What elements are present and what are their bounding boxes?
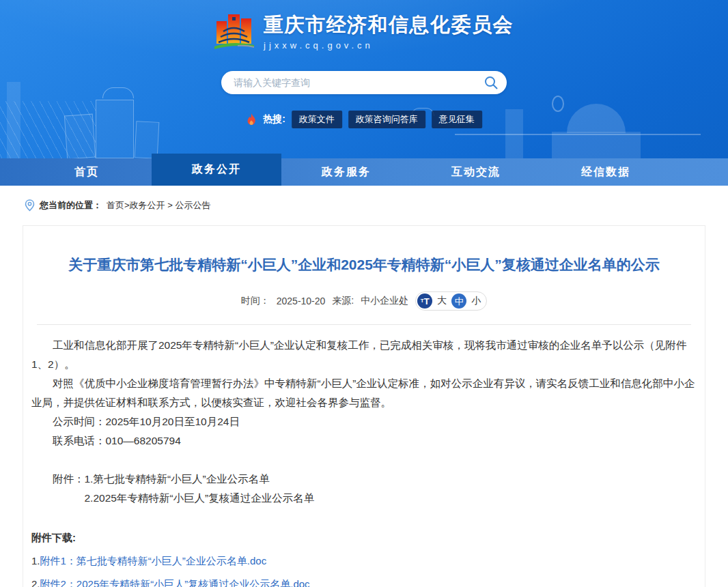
font-size-icon[interactable]: TT bbox=[417, 294, 432, 309]
article-title: 关于重庆市第七批专精特新“小巨人”企业和2025年专精特新“小巨人”复核通过企业… bbox=[63, 255, 665, 275]
site-url: jjxxw.cq.gov.cn bbox=[264, 40, 514, 51]
meta-divider bbox=[37, 324, 691, 325]
font-size-control: TT 大 中 小 bbox=[415, 291, 487, 311]
nav-tab-gov-disclosure[interactable]: 政务公开 bbox=[152, 154, 281, 186]
balloon-art bbox=[552, 96, 564, 112]
building-art bbox=[96, 100, 134, 158]
hot-link-opinions[interactable]: 意见征集 bbox=[432, 111, 482, 128]
font-size-large-button[interactable]: 大 bbox=[437, 295, 447, 307]
attachment-row: 1.附件1：第七批专精特新“小巨人”企业公示名单.doc bbox=[31, 552, 697, 571]
nav-tab-economic-data[interactable]: 经信数据 bbox=[541, 158, 671, 186]
nav-tab-home[interactable]: 首页 bbox=[22, 158, 152, 186]
article-attachment-line: 附件：1.第七批专精特新“小巨人”企业公示名单 bbox=[31, 470, 697, 489]
dome-building-art bbox=[552, 132, 641, 158]
main-nav: 首页 政务公开 政务服务 互动交流 经信数据 bbox=[0, 158, 728, 186]
attachment-download-section: 附件下载: 1.附件1：第七批专精特新“小巨人”企业公示名单.doc 2.附件2… bbox=[29, 528, 699, 587]
cloud-art bbox=[102, 87, 134, 98]
search-area bbox=[221, 71, 507, 94]
flame-icon bbox=[246, 113, 257, 126]
hot-search-label: 热搜: bbox=[263, 113, 285, 126]
site-title-block: 重庆市经济和信息化委员会 jjxxw.cq.gov.cn bbox=[264, 11, 514, 51]
article-paragraph-contact-phone: 联系电话：010—68205794 bbox=[31, 431, 697, 450]
breadcrumb-label: 您当前的位置： bbox=[40, 199, 102, 212]
nav-tab-gov-services[interactable]: 政务服务 bbox=[281, 158, 411, 186]
article-paragraph: 工业和信息化部开展了2025年专精特新“小巨人”企业认定和复核工作，已完成相关审… bbox=[31, 336, 697, 374]
site-logo-icon bbox=[214, 11, 254, 52]
attachment-prefix: 1. bbox=[31, 555, 40, 567]
attachment-row: 2.附件2：2025年专精特新“小巨人”复核通过企业公示名单.doc bbox=[31, 575, 697, 587]
search-icon[interactable] bbox=[484, 75, 499, 90]
font-size-small-button[interactable]: 小 bbox=[471, 295, 481, 307]
hot-link-policy-files[interactable]: 政策文件 bbox=[292, 111, 342, 128]
article-attachment-line: 2.2025年专精特新“小巨人”复核通过企业公示名单 bbox=[31, 489, 697, 508]
building-art bbox=[64, 114, 96, 158]
breadcrumb-path[interactable]: 首页>政务公开 > 公示公告 bbox=[107, 199, 210, 212]
location-pin-icon bbox=[25, 199, 35, 212]
article-body: 工业和信息化部开展了2025年专精特新“小巨人”企业认定和复核工作，已完成相关审… bbox=[29, 336, 699, 508]
hot-search-row: 热搜: 政策文件 政策咨询问答库 意见征集 bbox=[246, 111, 482, 128]
font-size-medium-button[interactable]: 中 bbox=[451, 294, 466, 309]
site-brand: 重庆市经济和信息化委员会 jjxxw.cq.gov.cn bbox=[0, 11, 728, 52]
building-art bbox=[7, 82, 20, 158]
article-paragraph-public-period: 公示时间：2025年10月20日至10月24日 bbox=[31, 412, 697, 431]
search-box[interactable] bbox=[221, 71, 507, 94]
page: 重庆市经济和信息化委员会 jjxxw.cq.gov.cn 热搜: 政策文件 政策… bbox=[0, 0, 728, 587]
site-title: 重庆市经济和信息化委员会 bbox=[264, 11, 514, 38]
attachment-link-1[interactable]: 附件1：第七批专精特新“小巨人”企业公示名单.doc bbox=[40, 555, 267, 567]
dome-building-art bbox=[567, 104, 626, 133]
attachment-link-2[interactable]: 附件2：2025年专精特新“小巨人”复核通过企业公示名单.doc bbox=[40, 578, 310, 587]
article-paragraph: 对照《优质中小企业梯度培育管理暂行办法》中专精特新“小巨人”企业认定标准，如对公… bbox=[31, 374, 697, 412]
attachment-download-heading: 附件下载: bbox=[31, 528, 697, 547]
meta-time-label: 时间： bbox=[241, 295, 270, 307]
breadcrumb: 您当前的位置： 首页>政务公开 > 公示公告 bbox=[0, 186, 728, 225]
meta-source-label: 来源: bbox=[332, 295, 354, 307]
article-meta: 时间： 2025-10-20 来源: 中小企业处 TT 大 中 小 bbox=[29, 291, 699, 311]
site-header: 重庆市经济和信息化委员会 jjxxw.cq.gov.cn 热搜: 政策文件 政策… bbox=[0, 0, 728, 186]
search-input[interactable] bbox=[232, 76, 484, 89]
building-art bbox=[135, 121, 160, 158]
hot-link-policy-qa[interactable]: 政策咨询问答库 bbox=[348, 111, 425, 128]
meta-source-value: 中小企业处 bbox=[361, 295, 408, 307]
article-card: 关于重庆市第七批专精特新“小巨人”企业和2025年专精特新“小巨人”复核通过企业… bbox=[23, 225, 705, 587]
building-art bbox=[505, 109, 523, 158]
meta-time-value: 2025-10-20 bbox=[277, 296, 326, 306]
attachment-prefix: 2. bbox=[31, 578, 40, 587]
nav-tab-interaction[interactable]: 互动交流 bbox=[411, 158, 541, 186]
